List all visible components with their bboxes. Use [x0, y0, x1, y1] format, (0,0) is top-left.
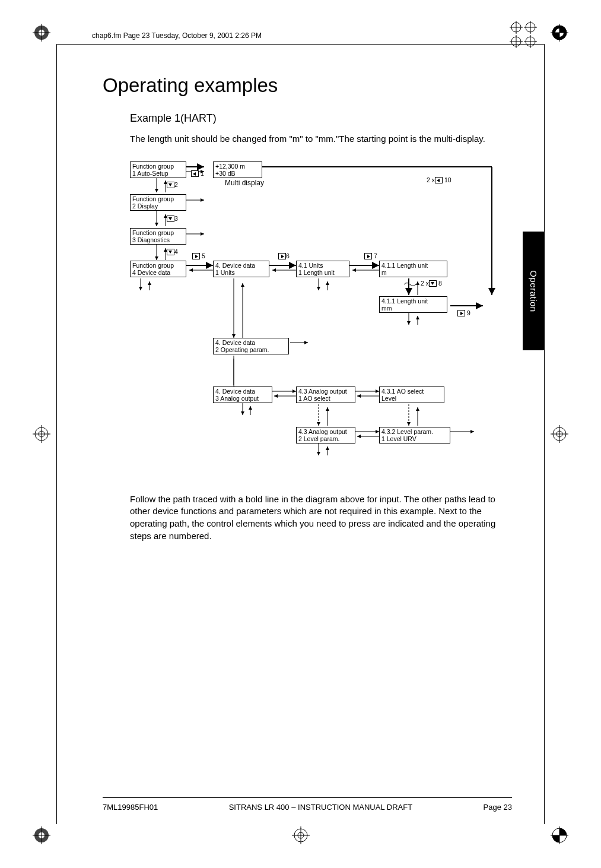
navigation-diagram: Function group1 Auto-Setup +12,300 m+30 …: [130, 160, 510, 480]
reg-mark-bc: [292, 826, 310, 844]
box-fg1: Function group1 Auto-Setup: [130, 161, 186, 178]
side-tab-label: Operation: [529, 270, 539, 312]
footer-left: 7ML19985FH01: [103, 803, 158, 812]
page-title: Operating examples: [103, 74, 512, 97]
box-fg2: Function group2 Display: [130, 194, 186, 211]
right-key-icon: [364, 253, 372, 259]
down-key-icon: [167, 182, 174, 188]
step2: 2: [167, 181, 178, 189]
box-u411m: 4.1.1 Length unitm: [379, 261, 447, 277]
followup-text: Follow the path traced with a bold line …: [130, 493, 512, 543]
reg-mark-tl: [33, 24, 50, 42]
page-frame: chap6.fm Page 23 Tuesday, October 9, 200…: [0, 0, 601, 868]
step6: 6: [278, 252, 290, 260]
page-footer: 7ML19985FH01 SITRANS LR 400 – INSTRUCTIO…: [103, 797, 512, 812]
reg-mark-left: [33, 425, 50, 443]
step4: 4: [167, 248, 178, 256]
step5: 5: [192, 252, 205, 260]
footer-center: SITRANS LR 400 – INSTRUCTION MANUAL DRAF…: [229, 803, 412, 812]
reg-mark-br: [551, 826, 568, 844]
step1: 1: [191, 170, 204, 178]
box-fg4: Function group4 Device data: [130, 261, 186, 277]
box-u41: 4.1 Units1 Length unit: [296, 261, 349, 277]
side-tab-operation: Operation: [523, 232, 544, 350]
step8: 2 x 8: [421, 280, 442, 287]
down-key-icon: [429, 280, 437, 287]
crop-line: [56, 44, 545, 45]
box-dd1: 4. Device data1 Units: [213, 261, 269, 277]
step7: 7: [364, 252, 377, 260]
reg-mark-bl: [33, 826, 50, 844]
box-ao431sel: 4.3 Analog output1 AO select: [296, 387, 355, 403]
page-content: Operating examples Example 1(HART) The l…: [103, 68, 512, 548]
left-key-icon: [191, 170, 199, 177]
right-key-icon: [278, 253, 286, 259]
step3: 3: [167, 215, 178, 223]
footer-right: Page 23: [484, 803, 512, 812]
reg-mark-tr: [551, 24, 568, 42]
label-multidisplay: Multi display: [225, 179, 264, 187]
box-ao432sel: 4.3 Analog output2 Level param.: [296, 427, 355, 443]
header-note: chap6.fm Page 23 Tuesday, October 9, 200…: [92, 31, 262, 40]
section-subtitle: Example 1(HART): [130, 112, 512, 125]
box-u411mm: 4.1.1 Length unitmm: [379, 296, 447, 313]
box-dd3: 4. Device data3 Analog output: [213, 387, 272, 403]
step9: 9: [457, 309, 470, 317]
step10: 2 x 10: [427, 176, 451, 184]
right-key-icon: [457, 310, 465, 316]
box-dd2: 4. Device data2 Operating param.: [213, 338, 289, 354]
down-key-icon: [167, 216, 174, 222]
crop-line: [544, 44, 545, 824]
box-ao431: 4.3.1 AO selectLevel: [379, 387, 444, 403]
left-key-icon: [435, 177, 443, 183]
down-key-icon: [167, 249, 174, 255]
box-fg3: Function group3 Diagnostics: [130, 228, 186, 245]
box-ao432: 4.3.2 Level param.1 Level URV: [379, 427, 450, 443]
reg-mark-right: [551, 425, 568, 443]
box-multi: +12,300 m+30 dB: [213, 161, 262, 178]
right-key-icon: [192, 253, 200, 259]
crop-line: [56, 44, 57, 824]
intro-text: The length unit should be changed from "…: [130, 133, 512, 145]
